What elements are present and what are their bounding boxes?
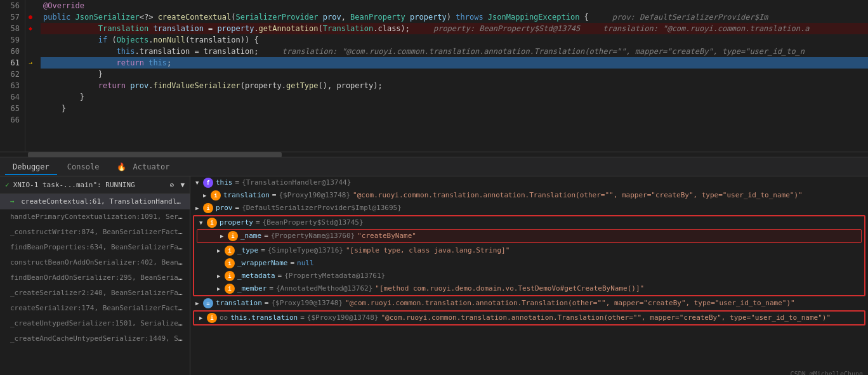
- var-wrappername-field[interactable]: i _wrapperName = null: [194, 257, 864, 270]
- horizontal-scrollbar[interactable]: [28, 152, 282, 157]
- watermark: CSDN @MichelleChung: [791, 371, 863, 375]
- code-line-66: [41, 114, 868, 126]
- var-this[interactable]: f this = {TranslationHandler@13744}: [190, 176, 868, 189]
- var-property-group: i property = {BeanProperty$Std@13745} i …: [193, 215, 865, 296]
- var-metadata-field[interactable]: i _metadata = {PropertyMetadata@13761}: [194, 270, 864, 282]
- thread-name: XNIO-1 task-...main": RUNNING: [13, 176, 135, 194]
- code-line-63: return prov . findValueSerializer (prope…: [41, 80, 868, 91]
- callstack-item-1[interactable]: handlePrimaryContextualization:1091, Ser…: [0, 209, 190, 225]
- code-line-56: @Override: [41, 0, 868, 11]
- tab-console[interactable]: Console: [60, 159, 107, 175]
- tab-actuator[interactable]: 🔥 Actuator: [109, 159, 177, 175]
- var-type-field[interactable]: i _type = {SimpleType@13716} "[simple ty…: [194, 244, 864, 257]
- code-line-60: this .translation = translation; transla…: [41, 46, 868, 57]
- code-content: @Override public JsonSerializer <?> crea…: [41, 0, 868, 152]
- gutter: ● ◆ →: [25, 0, 41, 152]
- panel-tabs: Debugger Console 🔥 Actuator: [0, 157, 868, 176]
- dropdown-arrow[interactable]: ▼: [180, 176, 185, 194]
- console-label: Console: [67, 162, 100, 171]
- callstack-item-3[interactable]: findBeanProperties:634, BeanSerializerFa…: [0, 240, 190, 255]
- callstack-item-6[interactable]: _createSerializer2:240, BeanSerializerFa…: [0, 286, 190, 301]
- callstack-item-2[interactable]: _constructWriter:874, BeanSerializerFact…: [0, 225, 190, 240]
- editor-area: 56 57 58 59 60 61 62 63 64 65 66 ● ◆ → @…: [0, 0, 868, 152]
- tab-debugger[interactable]: Debugger: [5, 159, 57, 175]
- code-line-65: }: [41, 103, 868, 114]
- var-oo-this-translation-group: i oo this.translation = {$Proxy190@13748…: [193, 310, 865, 326]
- var-translation-local[interactable]: = translation = {$Proxy190@13748} "@com.…: [190, 297, 868, 310]
- var-property-name-highlight: i _name = {PropertyName@13760} "createBy…: [197, 229, 862, 243]
- variables-panel: f this = {TranslationHandler@13744} i tr…: [190, 176, 868, 375]
- var-this-translation[interactable]: i translation = {$Proxy190@13748} "@com.…: [190, 189, 868, 202]
- filter-icon[interactable]: ⊘: [170, 176, 174, 194]
- debugger-label: Debugger: [13, 162, 49, 171]
- callstack-item-7[interactable]: createSerializer:174, BeanSerializerFact…: [0, 301, 190, 316]
- code-line-61: return this ;: [41, 57, 868, 69]
- code-line-64: }: [41, 91, 868, 103]
- line-numbers: 56 57 58 59 60 61 62 63 64 65 66: [0, 0, 25, 152]
- var-property[interactable]: i property = {BeanProperty$Std@13745}: [194, 216, 864, 229]
- call-stack-header: ✓ XNIO-1 task-...main": RUNNING ⊘ ▼: [0, 176, 190, 194]
- var-name-field[interactable]: i _name = {PropertyName@13760} "createBy…: [197, 230, 861, 242]
- var-oo-this-translation[interactable]: i oo this.translation = {$Proxy190@13748…: [194, 312, 864, 324]
- var-prov[interactable]: i prov = {DefaultSerializerProvider$Impl…: [190, 202, 868, 214]
- callstack-item-8[interactable]: _createUntypedSerializer:1501, Serialize…: [0, 316, 190, 331]
- panel-content: ✓ XNIO-1 task-...main": RUNNING ⊘ ▼ → cr…: [0, 176, 868, 375]
- bottom-panel: Debugger Console 🔥 Actuator ✓ XNIO-1 tas…: [0, 157, 868, 375]
- code-line-57: public JsonSerializer <?> createContextu…: [41, 11, 868, 23]
- callstack-item-0[interactable]: → createContextual:61, TranslationHandle…: [0, 194, 190, 209]
- callstack-item-5[interactable]: findBeanOrAddOnSerializer:295, BeanSeria…: [0, 270, 190, 286]
- code-line-59: if ( Objects . nonNull (translation)) {: [41, 34, 868, 46]
- code-line-58: Translation translation = property . get…: [41, 23, 868, 34]
- actuator-label: Actuator: [133, 162, 170, 171]
- callstack-item-4[interactable]: constructBeanOrAddOnSerializer:402, Bean…: [0, 255, 190, 270]
- code-line-62: }: [41, 69, 868, 80]
- callstack-item-9[interactable]: _createAndCacheUntypedSerializer:1449, S…: [0, 331, 190, 346]
- var-member-field[interactable]: i _member = {AnnotatedMethod@13762} "[me…: [194, 282, 864, 295]
- call-stack: ✓ XNIO-1 task-...main": RUNNING ⊘ ▼ → cr…: [0, 176, 190, 375]
